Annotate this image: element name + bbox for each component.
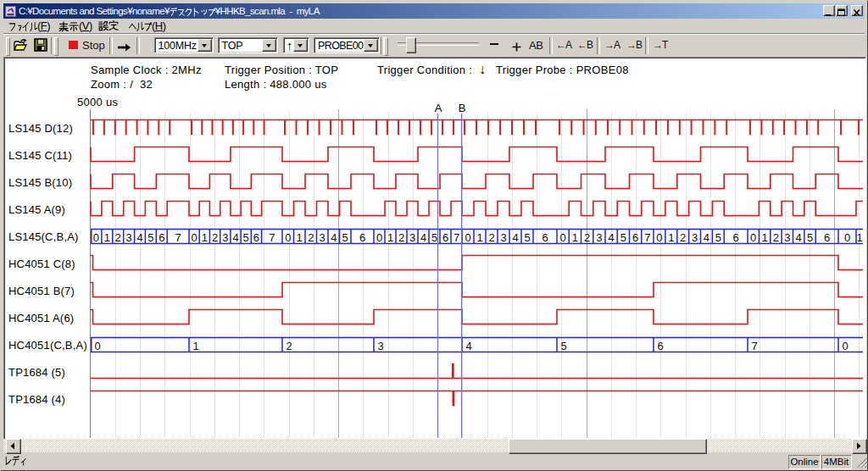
svg-text:0: 0: [843, 340, 849, 352]
svg-text:6: 6: [542, 231, 548, 244]
svg-text:7: 7: [752, 340, 758, 352]
svg-text:5: 5: [620, 231, 626, 244]
svg-text:0: 0: [93, 231, 99, 244]
svg-text:2: 2: [488, 231, 494, 244]
svg-text:5: 5: [715, 231, 721, 244]
svg-text:3: 3: [409, 231, 415, 244]
svg-text:2: 2: [773, 231, 779, 244]
svg-text:1: 1: [572, 231, 578, 244]
svg-text:5: 5: [147, 231, 153, 244]
svg-text:7: 7: [453, 231, 459, 244]
svg-text:0: 0: [465, 231, 470, 244]
svg-text:0: 0: [191, 231, 197, 244]
svg-text:1: 1: [104, 231, 110, 244]
svg-text:5: 5: [243, 231, 249, 244]
svg-text:0: 0: [285, 231, 291, 244]
svg-text:6: 6: [253, 231, 259, 244]
svg-text:4: 4: [232, 231, 238, 244]
svg-text:2: 2: [680, 231, 686, 244]
svg-text:2: 2: [115, 231, 121, 244]
svg-text:6: 6: [732, 231, 738, 244]
svg-text:4: 4: [608, 231, 614, 244]
svg-text:B: B: [459, 102, 466, 114]
svg-text:2: 2: [584, 231, 590, 244]
svg-text:0: 0: [95, 340, 101, 352]
svg-text:3: 3: [222, 231, 228, 244]
svg-text:0: 0: [559, 231, 565, 244]
svg-text:6: 6: [159, 231, 164, 244]
svg-text:1: 1: [387, 231, 393, 244]
svg-text:0: 0: [844, 231, 850, 244]
svg-text:5: 5: [524, 231, 530, 244]
svg-text:0: 0: [750, 231, 756, 244]
svg-text:3: 3: [692, 231, 698, 244]
svg-text:0: 0: [656, 231, 662, 244]
svg-text:0: 0: [376, 231, 382, 244]
svg-text:2: 2: [398, 231, 404, 244]
svg-text:2: 2: [212, 231, 218, 244]
svg-text:3: 3: [784, 231, 790, 244]
svg-text:1: 1: [476, 231, 482, 244]
svg-text:6: 6: [658, 340, 664, 352]
svg-text:4: 4: [420, 231, 426, 244]
svg-text:2: 2: [287, 340, 292, 352]
svg-text:4: 4: [331, 231, 337, 244]
svg-text:7: 7: [269, 231, 275, 244]
svg-text:3: 3: [320, 231, 326, 244]
svg-text:3: 3: [378, 340, 384, 352]
svg-text:1: 1: [297, 231, 303, 244]
svg-text:4: 4: [466, 340, 472, 352]
svg-text:6: 6: [632, 231, 638, 244]
svg-text:2: 2: [308, 231, 314, 244]
svg-text:4: 4: [512, 231, 518, 244]
svg-text:6: 6: [824, 231, 830, 244]
svg-text:1: 1: [193, 340, 199, 352]
svg-text:4: 4: [136, 231, 142, 244]
svg-text:5: 5: [431, 231, 437, 244]
svg-text:3: 3: [125, 231, 131, 244]
svg-text:7: 7: [644, 231, 650, 244]
svg-text:6: 6: [442, 231, 448, 244]
svg-text:1: 1: [202, 231, 208, 244]
svg-text:5: 5: [342, 231, 348, 244]
svg-text:3: 3: [500, 231, 506, 244]
svg-text:A: A: [435, 102, 442, 114]
svg-text:1: 1: [761, 231, 767, 244]
svg-text:5: 5: [561, 340, 567, 352]
svg-text:3: 3: [596, 231, 602, 244]
svg-text:4: 4: [704, 231, 709, 244]
svg-text:5: 5: [807, 231, 813, 244]
svg-text:4: 4: [796, 231, 802, 244]
svg-text:1: 1: [856, 231, 862, 244]
svg-text:1: 1: [668, 231, 674, 244]
svg-text:6: 6: [359, 231, 365, 244]
svg-text:7: 7: [175, 231, 181, 244]
